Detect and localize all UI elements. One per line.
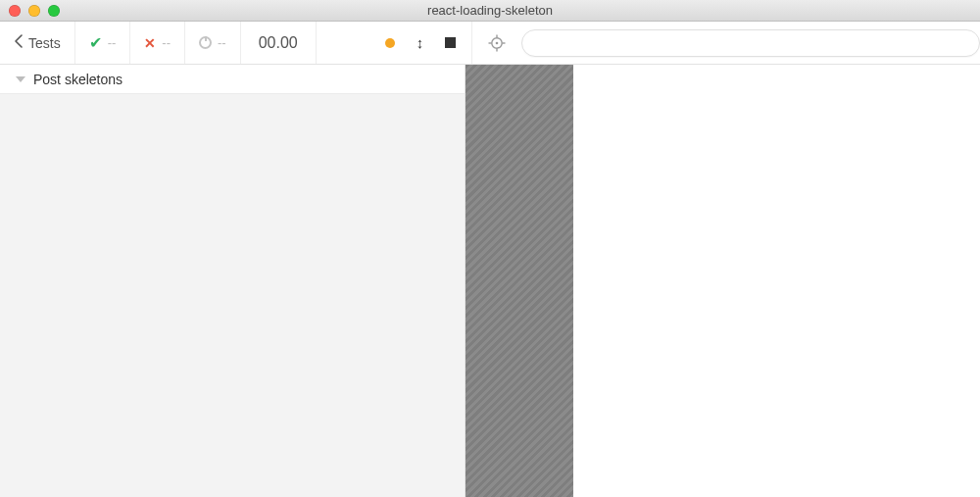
url-input[interactable] (521, 29, 980, 57)
minimize-window-button[interactable] (28, 5, 40, 17)
command-log-panel: Post skeletons (0, 65, 466, 497)
stop-button[interactable] (445, 37, 456, 48)
test-suite-row[interactable]: Post skeletons (0, 65, 465, 94)
failed-stat[interactable]: ✕ -- (130, 22, 185, 64)
viewport-controls: ↕ (385, 22, 472, 64)
x-icon: ✕ (144, 36, 156, 50)
maximize-window-button[interactable] (48, 5, 60, 17)
passed-stat[interactable]: ✔ -- (75, 22, 131, 64)
app-preview[interactable] (573, 65, 980, 497)
content-area: Post skeletons (0, 65, 980, 497)
svg-point-1 (496, 41, 499, 44)
back-to-tests-button[interactable]: Tests (0, 22, 75, 64)
test-suite-label: Post skeletons (33, 72, 122, 87)
back-label: Tests (28, 35, 61, 51)
close-window-button[interactable] (9, 5, 21, 17)
toolbar-spacer (317, 22, 385, 64)
status-dot-icon (385, 38, 395, 48)
selector-playground-button[interactable] (488, 34, 506, 52)
check-icon: ✔ (89, 35, 102, 51)
traffic-lights (0, 5, 60, 17)
toolbar: Tests ✔ -- ✕ -- -- 00.00 ↕ (0, 22, 980, 65)
pending-stat[interactable]: -- (185, 22, 241, 64)
resize-gutter[interactable] (466, 65, 573, 497)
viewport-size-button[interactable]: ↕ (416, 35, 424, 50)
window-title: react-loading-skeleton (0, 3, 980, 18)
pending-count: -- (218, 35, 226, 50)
pending-icon (199, 36, 212, 49)
failed-count: -- (162, 35, 171, 50)
toolbar-left: Tests ✔ -- ✕ -- -- 00.00 (0, 22, 317, 64)
window-titlebar: react-loading-skeleton (0, 0, 980, 22)
passed-count: -- (108, 35, 117, 50)
caret-down-icon (16, 76, 25, 82)
timer: 00.00 (241, 22, 317, 64)
toolbar-right (471, 22, 980, 64)
chevron-left-icon (14, 34, 23, 51)
